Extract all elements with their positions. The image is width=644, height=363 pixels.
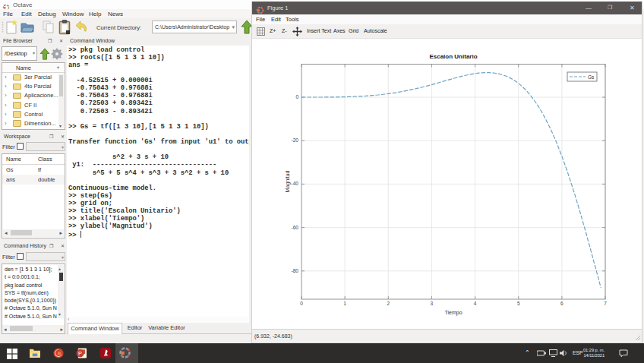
svg-text:4: 4 bbox=[474, 301, 477, 306]
svg-text:0: 0 bbox=[300, 301, 303, 306]
svg-text:Magnitud: Magnitud bbox=[285, 170, 291, 192]
svg-text:3: 3 bbox=[431, 301, 434, 306]
svg-text:-40: -40 bbox=[292, 181, 299, 186]
svg-text:Escalon Unitario: Escalon Unitario bbox=[429, 53, 477, 60]
svg-text:2: 2 bbox=[387, 301, 390, 306]
svg-text:-80: -80 bbox=[292, 268, 299, 273]
svg-text:6: 6 bbox=[560, 301, 564, 306]
svg-text:7: 7 bbox=[604, 301, 607, 306]
svg-text:0: 0 bbox=[295, 94, 298, 99]
svg-text:5: 5 bbox=[517, 301, 520, 306]
svg-text:-20: -20 bbox=[292, 137, 299, 143]
svg-text:1: 1 bbox=[343, 301, 346, 306]
svg-text:Gs: Gs bbox=[588, 74, 595, 80]
svg-text:Tiempo: Tiempo bbox=[444, 310, 462, 316]
svg-text:-60: -60 bbox=[292, 225, 299, 230]
